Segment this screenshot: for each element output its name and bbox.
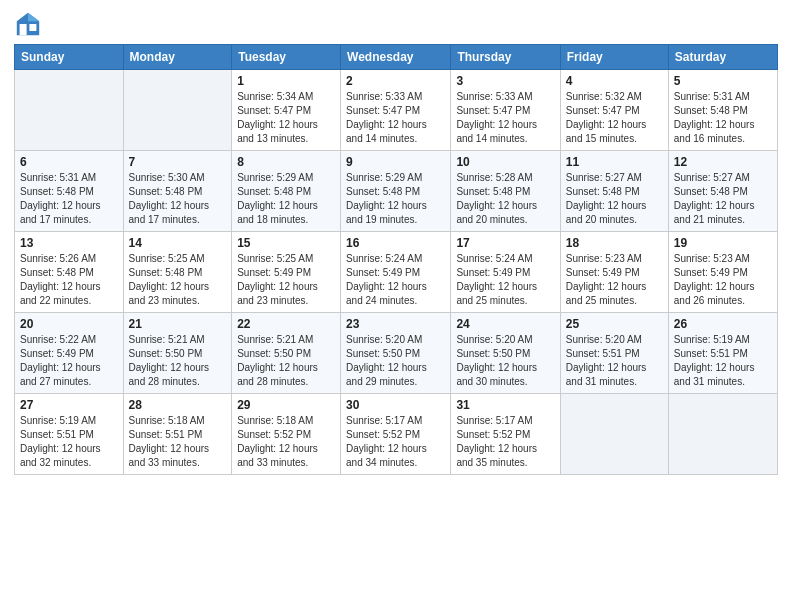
calendar-cell: 30Sunrise: 5:17 AMSunset: 5:52 PMDayligh… (341, 394, 451, 475)
day-number: 12 (674, 155, 772, 169)
week-row-2: 6Sunrise: 5:31 AMSunset: 5:48 PMDaylight… (15, 151, 778, 232)
day-info: Sunrise: 5:23 AMSunset: 5:49 PMDaylight:… (674, 252, 772, 308)
day-info: Sunrise: 5:19 AMSunset: 5:51 PMDaylight:… (674, 333, 772, 389)
day-number: 13 (20, 236, 118, 250)
day-info: Sunrise: 5:34 AMSunset: 5:47 PMDaylight:… (237, 90, 335, 146)
calendar-cell: 1Sunrise: 5:34 AMSunset: 5:47 PMDaylight… (232, 70, 341, 151)
day-number: 25 (566, 317, 663, 331)
svg-rect-3 (29, 24, 36, 31)
calendar-cell (560, 394, 668, 475)
day-number: 27 (20, 398, 118, 412)
week-row-3: 13Sunrise: 5:26 AMSunset: 5:48 PMDayligh… (15, 232, 778, 313)
day-info: Sunrise: 5:18 AMSunset: 5:52 PMDaylight:… (237, 414, 335, 470)
day-number: 8 (237, 155, 335, 169)
day-number: 30 (346, 398, 445, 412)
calendar-cell: 25Sunrise: 5:20 AMSunset: 5:51 PMDayligh… (560, 313, 668, 394)
calendar-cell: 21Sunrise: 5:21 AMSunset: 5:50 PMDayligh… (123, 313, 232, 394)
day-number: 1 (237, 74, 335, 88)
calendar-cell: 5Sunrise: 5:31 AMSunset: 5:48 PMDaylight… (668, 70, 777, 151)
day-number: 11 (566, 155, 663, 169)
day-info: Sunrise: 5:31 AMSunset: 5:48 PMDaylight:… (20, 171, 118, 227)
header-monday: Monday (123, 45, 232, 70)
calendar-cell: 7Sunrise: 5:30 AMSunset: 5:48 PMDaylight… (123, 151, 232, 232)
calendar-cell: 22Sunrise: 5:21 AMSunset: 5:50 PMDayligh… (232, 313, 341, 394)
day-info: Sunrise: 5:19 AMSunset: 5:51 PMDaylight:… (20, 414, 118, 470)
header-friday: Friday (560, 45, 668, 70)
page: SundayMondayTuesdayWednesdayThursdayFrid… (0, 0, 792, 612)
day-number: 15 (237, 236, 335, 250)
day-info: Sunrise: 5:20 AMSunset: 5:51 PMDaylight:… (566, 333, 663, 389)
calendar-cell (123, 70, 232, 151)
calendar-cell: 17Sunrise: 5:24 AMSunset: 5:49 PMDayligh… (451, 232, 560, 313)
day-number: 9 (346, 155, 445, 169)
day-number: 24 (456, 317, 554, 331)
calendar-body: 1Sunrise: 5:34 AMSunset: 5:47 PMDaylight… (15, 70, 778, 475)
calendar-cell: 4Sunrise: 5:32 AMSunset: 5:47 PMDaylight… (560, 70, 668, 151)
day-info: Sunrise: 5:18 AMSunset: 5:51 PMDaylight:… (129, 414, 227, 470)
day-info: Sunrise: 5:31 AMSunset: 5:48 PMDaylight:… (674, 90, 772, 146)
day-number: 17 (456, 236, 554, 250)
day-number: 18 (566, 236, 663, 250)
day-info: Sunrise: 5:33 AMSunset: 5:47 PMDaylight:… (346, 90, 445, 146)
day-number: 31 (456, 398, 554, 412)
day-number: 7 (129, 155, 227, 169)
calendar-cell: 15Sunrise: 5:25 AMSunset: 5:49 PMDayligh… (232, 232, 341, 313)
calendar-cell: 11Sunrise: 5:27 AMSunset: 5:48 PMDayligh… (560, 151, 668, 232)
header-saturday: Saturday (668, 45, 777, 70)
calendar-cell: 8Sunrise: 5:29 AMSunset: 5:48 PMDaylight… (232, 151, 341, 232)
calendar-cell: 18Sunrise: 5:23 AMSunset: 5:49 PMDayligh… (560, 232, 668, 313)
day-info: Sunrise: 5:25 AMSunset: 5:48 PMDaylight:… (129, 252, 227, 308)
calendar-cell: 31Sunrise: 5:17 AMSunset: 5:52 PMDayligh… (451, 394, 560, 475)
day-info: Sunrise: 5:27 AMSunset: 5:48 PMDaylight:… (566, 171, 663, 227)
day-info: Sunrise: 5:20 AMSunset: 5:50 PMDaylight:… (346, 333, 445, 389)
day-number: 23 (346, 317, 445, 331)
calendar-cell: 2Sunrise: 5:33 AMSunset: 5:47 PMDaylight… (341, 70, 451, 151)
day-info: Sunrise: 5:20 AMSunset: 5:50 PMDaylight:… (456, 333, 554, 389)
header (14, 10, 778, 38)
calendar-cell: 20Sunrise: 5:22 AMSunset: 5:49 PMDayligh… (15, 313, 124, 394)
calendar-cell: 26Sunrise: 5:19 AMSunset: 5:51 PMDayligh… (668, 313, 777, 394)
day-number: 3 (456, 74, 554, 88)
day-info: Sunrise: 5:25 AMSunset: 5:49 PMDaylight:… (237, 252, 335, 308)
day-info: Sunrise: 5:22 AMSunset: 5:49 PMDaylight:… (20, 333, 118, 389)
calendar-cell (668, 394, 777, 475)
calendar-cell: 9Sunrise: 5:29 AMSunset: 5:48 PMDaylight… (341, 151, 451, 232)
calendar-cell: 3Sunrise: 5:33 AMSunset: 5:47 PMDaylight… (451, 70, 560, 151)
calendar-cell (15, 70, 124, 151)
day-number: 5 (674, 74, 772, 88)
day-number: 16 (346, 236, 445, 250)
day-info: Sunrise: 5:33 AMSunset: 5:47 PMDaylight:… (456, 90, 554, 146)
calendar-cell: 14Sunrise: 5:25 AMSunset: 5:48 PMDayligh… (123, 232, 232, 313)
day-number: 2 (346, 74, 445, 88)
svg-rect-2 (20, 24, 27, 35)
svg-marker-1 (28, 13, 39, 21)
day-number: 22 (237, 317, 335, 331)
calendar-cell: 27Sunrise: 5:19 AMSunset: 5:51 PMDayligh… (15, 394, 124, 475)
calendar-cell: 28Sunrise: 5:18 AMSunset: 5:51 PMDayligh… (123, 394, 232, 475)
calendar-cell: 19Sunrise: 5:23 AMSunset: 5:49 PMDayligh… (668, 232, 777, 313)
calendar-cell: 12Sunrise: 5:27 AMSunset: 5:48 PMDayligh… (668, 151, 777, 232)
day-number: 10 (456, 155, 554, 169)
calendar-cell: 13Sunrise: 5:26 AMSunset: 5:48 PMDayligh… (15, 232, 124, 313)
day-info: Sunrise: 5:24 AMSunset: 5:49 PMDaylight:… (346, 252, 445, 308)
day-number: 21 (129, 317, 227, 331)
week-row-4: 20Sunrise: 5:22 AMSunset: 5:49 PMDayligh… (15, 313, 778, 394)
day-info: Sunrise: 5:17 AMSunset: 5:52 PMDaylight:… (346, 414, 445, 470)
header-wednesday: Wednesday (341, 45, 451, 70)
calendar-header: SundayMondayTuesdayWednesdayThursdayFrid… (15, 45, 778, 70)
calendar-cell: 16Sunrise: 5:24 AMSunset: 5:49 PMDayligh… (341, 232, 451, 313)
logo (14, 10, 46, 38)
day-info: Sunrise: 5:21 AMSunset: 5:50 PMDaylight:… (237, 333, 335, 389)
calendar-cell: 10Sunrise: 5:28 AMSunset: 5:48 PMDayligh… (451, 151, 560, 232)
day-info: Sunrise: 5:28 AMSunset: 5:48 PMDaylight:… (456, 171, 554, 227)
day-number: 26 (674, 317, 772, 331)
header-tuesday: Tuesday (232, 45, 341, 70)
day-info: Sunrise: 5:23 AMSunset: 5:49 PMDaylight:… (566, 252, 663, 308)
day-number: 4 (566, 74, 663, 88)
week-row-5: 27Sunrise: 5:19 AMSunset: 5:51 PMDayligh… (15, 394, 778, 475)
calendar-cell: 6Sunrise: 5:31 AMSunset: 5:48 PMDaylight… (15, 151, 124, 232)
day-info: Sunrise: 5:26 AMSunset: 5:48 PMDaylight:… (20, 252, 118, 308)
day-number: 6 (20, 155, 118, 169)
day-number: 20 (20, 317, 118, 331)
day-info: Sunrise: 5:29 AMSunset: 5:48 PMDaylight:… (237, 171, 335, 227)
